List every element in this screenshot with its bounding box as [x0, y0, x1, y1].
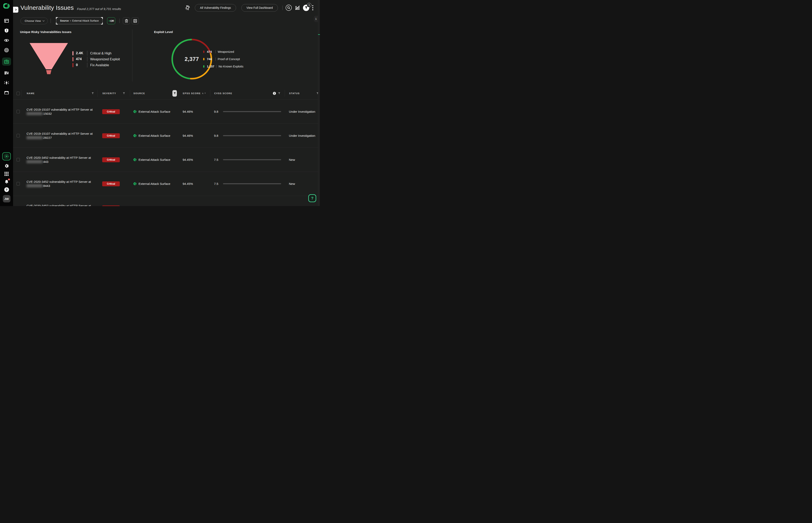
filter-icon[interactable] [123, 92, 125, 94]
row-checkbox[interactable] [17, 110, 20, 113]
side-panel-tab[interactable]: 1 [314, 16, 318, 22]
cvss-score: 7.5 [214, 182, 222, 185]
sidebar-item-vulnerabilities-active[interactable] [2, 57, 11, 66]
legend-marker [203, 58, 204, 60]
legend-label: Fix Available [90, 63, 109, 67]
save-view-icon[interactable] [132, 17, 139, 24]
cvss-bar [223, 135, 281, 136]
sidebar-item-inventory-icon[interactable] [4, 90, 9, 95]
legend-value: 474 [76, 57, 87, 61]
chip-operator: = [70, 19, 71, 22]
filter-icon[interactable] [92, 92, 94, 94]
expand-panel-button[interactable] [13, 7, 18, 13]
legend-value: 746 [207, 57, 213, 61]
table-row[interactable]: CVE-2020-3452 vulnerability at HTTP Serv… [13, 172, 320, 196]
vulnerability-name[interactable]: CVE-2019-15107 vulnerability at HTTP Ser… [27, 108, 93, 115]
row-checkbox[interactable] [17, 134, 20, 138]
table-row[interactable]: CVE-2019-15107 vulnerability at HTTP Ser… [13, 124, 320, 148]
table-row[interactable]: CVE-2019-15107 vulnerability at HTTP Ser… [13, 100, 320, 124]
sidebar-item-assets-icon[interactable] [4, 71, 9, 75]
sidebar-item-alerts-shield-icon[interactable] [4, 28, 9, 33]
row-checkbox[interactable] [17, 182, 20, 185]
filter-chip-source[interactable]: Source = External Attack Surface [56, 17, 103, 24]
redacted-ip [27, 136, 42, 139]
settings-gear-icon[interactable] [4, 163, 9, 168]
row-checkbox[interactable] [17, 158, 20, 161]
avatar-initials: JW [4, 197, 9, 201]
donut-chart-title: Exploit Level [154, 30, 173, 34]
sidebar-help-icon[interactable]: ? [4, 187, 9, 192]
table-row[interactable]: CVE-2020-3452 vulnerability at HTTP Serv… [13, 148, 320, 172]
help-fab-button[interactable]: ? [308, 194, 316, 202]
funnel-chart-title: Unique Risky Vulnerabilities Issues [20, 30, 71, 34]
vulnerability-name[interactable]: CVE-2020-3452 vulnerability at HTTP Serv… [27, 180, 91, 188]
filter-icon-active[interactable] [172, 90, 177, 96]
donut-legend: 474 Weaponized 746 Proof of Concept 1,15… [203, 50, 243, 72]
results-summary: Found 2,377 out of 9,731 results [77, 7, 121, 11]
sort-icon[interactable] [202, 92, 204, 95]
funnel-chart [28, 42, 70, 75]
select-all-checkbox[interactable] [17, 92, 20, 95]
active-filters-button[interactable]: 1 [303, 5, 309, 11]
filter-bar: Choose View Source = External Attack Sur… [13, 16, 320, 26]
vulnerability-name[interactable]: CVE-2020-3452 vulnerability at HTTP Serv… [27, 156, 91, 164]
table-row[interactable]: CVE-2020-3452 vulnerability at HTTP Serv… [13, 196, 320, 206]
orca-source-icon [133, 110, 137, 113]
chevron-down-icon [42, 19, 45, 21]
search-icon[interactable] [286, 4, 292, 11]
apps-grid-icon[interactable] [4, 172, 9, 176]
epss-score: 94.45% [183, 158, 193, 161]
legend-label: Weaponized [218, 50, 234, 53]
or-label: OR [110, 19, 114, 22]
filter-icon[interactable] [204, 92, 206, 94]
legend-value: 0 [76, 63, 87, 67]
sidebar-item-target-icon[interactable] [4, 48, 9, 53]
main-content: Vulnerability Issues Found 2,377 out of … [13, 0, 320, 206]
user-avatar[interactable]: JW [3, 195, 11, 202]
legend-marker [203, 51, 204, 53]
plus-icon: + [108, 19, 110, 22]
view-full-dashboard-button[interactable]: View Full Dashboard [241, 4, 278, 12]
notification-dot [8, 179, 10, 180]
redacted-ip [27, 184, 42, 187]
choose-view-dropdown[interactable]: Choose View [20, 18, 48, 24]
chip-field: Source [60, 19, 69, 22]
filter-count-badge: 1 [307, 3, 311, 7]
orca-source-icon [133, 182, 137, 185]
cvss-bar [223, 183, 281, 184]
right-panel-strip[interactable] [318, 0, 320, 206]
legend-item: 746 Proof of Concept [203, 57, 243, 61]
choose-view-label: Choose View [25, 19, 41, 22]
all-vulnerability-findings-button[interactable]: All Vulnerability Findings [195, 4, 236, 12]
status-label: Under Investigation [289, 134, 315, 138]
sidebar-item-attack-paths-icon[interactable] [4, 80, 9, 85]
sidebar-item-dashboard[interactable] [4, 18, 9, 23]
filter-icon[interactable] [278, 92, 280, 94]
column-header-cvss: CVSS SCORE [214, 92, 232, 94]
sidebar-item-visibility-eye-icon[interactable] [4, 38, 9, 43]
cvss-bar [223, 159, 281, 160]
delete-filter-trash-icon[interactable] [123, 17, 130, 24]
column-header-epss: EPSS SCORE [183, 92, 201, 94]
vulnerability-name[interactable]: CVE-2020-3452 vulnerability at HTTP Serv… [27, 204, 91, 206]
source-label: External Attack Surface [139, 134, 170, 138]
findings-table: NAME SEVERITY SOURCE EPSS SCORE [13, 87, 320, 206]
kebab-menu-icon[interactable] [312, 5, 313, 11]
table-body: CVE-2019-15107 vulnerability at HTTP Ser… [13, 100, 320, 206]
info-icon[interactable] [273, 92, 276, 95]
legend-marker [203, 65, 204, 68]
legend-label: No Known Exploits [219, 65, 243, 68]
page-title: Vulnerability Issues [20, 4, 74, 11]
chip-value: External Attack Surface [72, 19, 99, 22]
notifications-bell-icon[interactable] [4, 179, 9, 184]
add-or-filter-button[interactable]: +OR [107, 17, 115, 24]
hide-charts-icon[interactable] [295, 5, 300, 11]
refresh-icon[interactable] [185, 5, 190, 11]
legend-item: 1,157 No Known Exploits [203, 64, 243, 69]
chevron-right-icon [15, 9, 17, 11]
scroll-indicator-tick [318, 34, 320, 35]
sidebar-item-ai-scanner-active[interactable] [2, 152, 11, 160]
status-label: New [289, 158, 295, 161]
legend-item: 474 Weaponized Exploit [72, 57, 120, 61]
vulnerability-name[interactable]: CVE-2019-15107 vulnerability at HTTP Ser… [27, 132, 93, 140]
